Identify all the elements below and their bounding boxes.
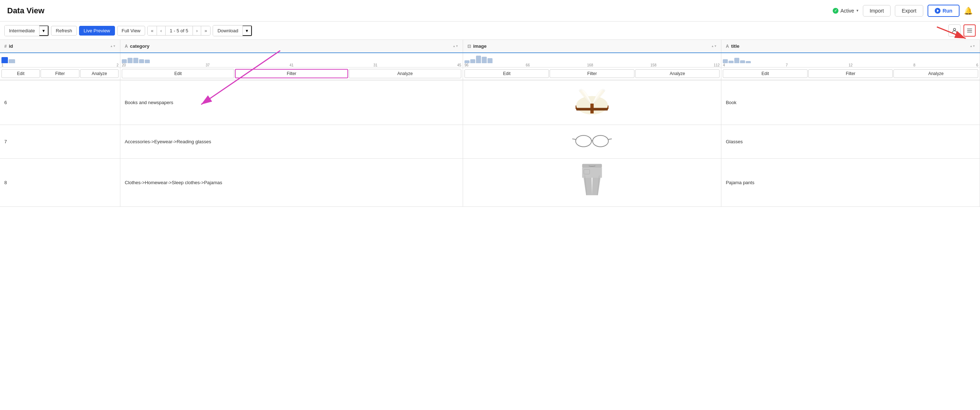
refresh-button[interactable]: Refresh (51, 26, 77, 35)
prev-page-button[interactable]: ‹ (157, 26, 165, 35)
table-row: 6 Books and newspapers (0, 80, 980, 125)
svg-point-10 (576, 135, 592, 146)
pagination-label: 1 - 5 of 5 (165, 26, 193, 35)
img-label-3: 168 (587, 63, 593, 67)
title-bar-1 (723, 59, 728, 63)
svg-point-11 (593, 135, 609, 146)
chevron-down-icon: ▾ (856, 8, 859, 13)
img-label-1: 96 (465, 63, 468, 67)
last-page-button[interactable]: » (201, 26, 210, 35)
intermediate-dropdown-button[interactable]: ▾ (39, 25, 48, 36)
img-bar-4 (482, 57, 487, 63)
row6-category-cell: Books and newspapers (120, 80, 463, 125)
row6-id-cell: 6 (0, 80, 120, 125)
row7-glasses-image (572, 129, 612, 154)
col-title-label: title (731, 43, 739, 49)
notification-bell-icon[interactable]: 🔔 (964, 6, 973, 15)
download-dropdown-button[interactable]: ▾ (242, 25, 252, 36)
title-action-cell: Edit Filter Analyze (721, 67, 980, 80)
id-bar-labels: 1 2 (0, 63, 120, 67)
row8-id-cell: 8 (0, 159, 120, 207)
title-mini-chart-cell: 4 7 12 8 6 (721, 53, 980, 67)
image-edit-button[interactable]: Edit (465, 69, 549, 78)
row8-category: Clothes->Homewear->Sleep clothes->Pajama… (125, 180, 222, 185)
category-sort-arrows[interactable]: ▲▼ (453, 45, 458, 48)
image-bar-chart (463, 53, 721, 63)
row8-title-cell: Pajama pants (721, 159, 980, 207)
title-sort-arrows[interactable]: ▲▼ (970, 45, 975, 48)
category-action-cell: Edit Filter Analyze (120, 67, 463, 80)
toolbar: Intermediate ▾ Refresh Live Preview Full… (0, 22, 980, 40)
cat-bar-4 (139, 59, 144, 63)
table-row: 7 Accessories->Eyewear->Reading glasses (0, 125, 980, 159)
row6-book-image (572, 84, 612, 120)
title-bar-labels: 4 7 12 8 6 (721, 63, 980, 67)
next-page-button[interactable]: › (193, 26, 201, 35)
svg-line-13 (609, 139, 612, 140)
img-label-5: 112 (714, 63, 720, 67)
id-edit-button[interactable]: Edit (2, 69, 40, 78)
category-mini-chart-cell: 20 37 41 31 45 (120, 53, 463, 67)
menu-icon-button[interactable] (964, 24, 976, 37)
active-status[interactable]: Active ▾ (833, 8, 859, 14)
image-mini-chart-cell: 96 66 168 158 112 (463, 53, 721, 67)
category-edit-button[interactable]: Edit (122, 69, 234, 78)
row6-title: Book (725, 100, 737, 105)
id-filter-button[interactable]: Filter (41, 69, 79, 78)
download-button[interactable]: Download (213, 25, 242, 36)
image-bar-labels: 96 66 168 158 112 (463, 63, 721, 67)
svg-point-15 (597, 138, 601, 140)
category-filter-button[interactable]: Filter (235, 69, 348, 78)
img-bar-5 (487, 58, 493, 63)
id-analyze-button[interactable]: Analyze (80, 69, 119, 78)
import-button[interactable]: Import (863, 5, 891, 16)
user-icon-button[interactable] (948, 24, 961, 37)
col-header-category: A category ▲▼ (120, 40, 463, 53)
cat-label-1: 20 (122, 63, 126, 67)
intermediate-button[interactable]: Intermediate (5, 25, 39, 36)
col-header-title: A title ▲▼ (721, 40, 980, 53)
id-bar-1 (2, 57, 8, 63)
row8-id: 8 (4, 180, 7, 185)
full-view-button[interactable]: Full View (117, 26, 145, 35)
title-analyze-button[interactable]: Analyze (893, 69, 978, 78)
title-label-4: 8 (913, 63, 916, 67)
cat-label-4: 31 (373, 63, 377, 67)
data-table: # id ▲▼ A category ▲▼ (0, 40, 980, 207)
img-bar-1 (465, 60, 469, 63)
category-bar-chart (120, 53, 463, 63)
image-filter-button[interactable]: Filter (550, 69, 635, 78)
svg-point-0 (953, 29, 956, 30)
row7-title-cell: Glasses (721, 125, 980, 159)
id-bar-chart (0, 53, 120, 63)
id-sort-arrows[interactable]: ▲▼ (110, 45, 116, 48)
page-title: Data View (7, 6, 45, 16)
header-actions: Active ▾ Import Export Run 🔔 (833, 5, 973, 17)
first-page-button[interactable]: « (148, 26, 157, 35)
category-analyze-button[interactable]: Analyze (349, 69, 461, 78)
row8-pants-image (578, 162, 606, 202)
row8-category-cell: Clothes->Homewear->Sleep clothes->Pajama… (120, 159, 463, 207)
image-sort-arrows[interactable]: ▲▼ (711, 45, 717, 48)
category-col-icon: A (125, 44, 128, 49)
title-filter-button[interactable]: Filter (808, 69, 893, 78)
title-label-2: 7 (786, 63, 788, 67)
action-row: Edit Filter Analyze Edit Filter Analyze … (0, 67, 980, 80)
run-label: Run (943, 8, 952, 14)
app-header: Data View Active ▾ Import Export Run 🔔 (0, 0, 980, 22)
svg-rect-9 (576, 108, 608, 111)
cat-bar-2 (127, 58, 132, 63)
play-icon (935, 8, 940, 14)
live-preview-button[interactable]: Live Preview (79, 26, 115, 35)
col-category-label: category (130, 43, 150, 49)
title-bar-4 (740, 60, 745, 63)
title-edit-button[interactable]: Edit (723, 69, 808, 78)
svg-point-14 (579, 138, 584, 140)
export-button[interactable]: Export (895, 5, 923, 16)
run-button[interactable]: Run (928, 5, 959, 17)
cat-label-5: 45 (457, 63, 461, 67)
svg-rect-16 (582, 164, 602, 168)
row7-category: Accessories->Eyewear->Reading glasses (125, 139, 211, 144)
image-analyze-button[interactable]: Analyze (635, 69, 720, 78)
cat-bar-5 (145, 60, 150, 63)
